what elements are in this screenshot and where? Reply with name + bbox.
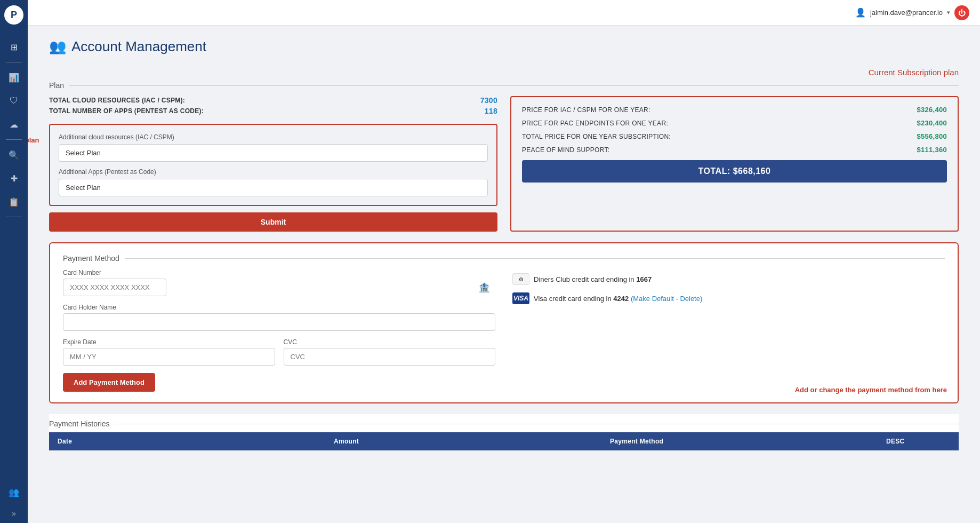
change-plan-annotation: Change the current plan from here [28,136,42,155]
cvc-group: CVC [284,338,496,366]
sidebar: P ⊞ 📊 🛡 ☁ 🔍 ✚ 📋 👥 » [0,0,28,523]
price-total-year-label: TOTAL PRICE FOR ONE YEAR SUBSCRIPTION: [522,133,671,140]
visa-description: Visa credit card ending in 4242 (Make De… [534,295,702,303]
pricing-box: PRICE FOR IAC / CSPM FOR ONE YEAR: $326,… [510,96,959,232]
card-number-wrap: 🏦 [63,279,495,296]
price-pac-value: $230,400 [917,119,947,127]
saved-cards: ⊙ Diners Club credit card ending in 1667… [512,269,945,392]
subscription-note: Current Subscription plan [49,68,959,77]
additional-apps-label: Additional Apps (Pentest as Code) [59,168,488,176]
sidebar-item-account[interactable]: 👥 [4,482,23,502]
payment-grid: Card Number 🏦 Card Holder Name Expire Da… [63,269,945,392]
sidebar-item-reports[interactable]: 📋 [4,192,23,211]
stat-apps-label: TOTAL NUMBER OF APPS (PENTEST AS CODE): [49,107,204,115]
saved-card-diners: ⊙ Diners Club credit card ending in 1667 [512,273,945,285]
stat-row-apps: TOTAL NUMBER OF APPS (PENTEST AS CODE): … [49,107,497,115]
price-iac-label: PRICE FOR IAC / CSPM FOR ONE YEAR: [522,106,650,114]
stat-apps-value: 118 [485,107,497,115]
sidebar-item-cloud[interactable]: ☁ [4,115,23,134]
plan-change-box: Change the current plan from here Additi… [49,124,497,206]
price-row-pac: PRICE FOR PAC ENDPOINTS FOR ONE YEAR: $2… [522,119,947,127]
total-bar: TOTAL: $668,160 [522,160,947,183]
user-chevron-icon: ▾ [947,9,950,16]
user-email: jaimin.dave@prancer.io [870,9,943,17]
payment-annotation: Add or change the payment method from he… [795,386,947,394]
visa-icon: VISA [512,292,529,304]
payment-section: Payment Method Card Number 🏦 Card Holder… [49,242,959,403]
sidebar-divider-2 [6,139,22,140]
sidebar-item-analytics[interactable]: 📊 [4,68,23,87]
expire-label: Expire Date [63,338,275,346]
diners-icon: ⊙ [512,273,529,285]
card-number-group: Card Number 🏦 [63,269,495,296]
add-payment-button[interactable]: Add Payment Method [63,373,155,392]
plan-grid: TOTAL CLOUD RESOURCES (IAC / CSPM): 7300… [49,96,959,232]
payment-form: Card Number 🏦 Card Holder Name Expire Da… [63,269,495,392]
additional-cloud-group: Additional cloud resources (IAC / CSPM) … [59,133,488,162]
additional-apps-group: Additional Apps (Pentest as Code) Select… [59,168,488,196]
logout-button[interactable]: ⏻ [954,5,969,20]
additional-cloud-label: Additional cloud resources (IAC / CSPM) [59,133,488,141]
submit-button[interactable]: Submit [49,212,497,232]
additional-cloud-select[interactable]: Select Plan [59,144,488,162]
main-content: 👤 jaimin.dave@prancer.io ▾ ⏻ 👥 Account M… [28,0,980,523]
col-date: Date [58,438,334,445]
sidebar-item-search[interactable]: 🔍 [4,145,23,164]
page-title: Account Management [71,38,206,55]
histories-section: Payment Histories Date Amount Payment Me… [49,414,959,450]
stat-cloud-value: 7300 [480,96,497,105]
additional-apps-select[interactable]: Select Plan [59,179,488,196]
sidebar-divider-1 [6,62,22,62]
expire-group: Expire Date [63,338,275,366]
saved-card-visa: VISA Visa credit card ending in 4242 (Ma… [512,292,945,304]
cvc-input[interactable] [284,348,496,366]
plan-stats: TOTAL CLOUD RESOURCES (IAC / CSPM): 7300… [49,96,497,115]
price-iac-value: $326,400 [917,106,947,114]
user-menu[interactable]: 👤 jaimin.dave@prancer.io ▾ [855,7,950,18]
cvc-label: CVC [284,338,496,346]
price-total-year-value: $556,800 [917,132,947,140]
price-support-label: PEACE OF MIND SUPPORT: [522,146,609,154]
card-number-label: Card Number [63,269,495,276]
expire-cvc-row: Expire Date CVC [63,338,495,366]
sidebar-item-security[interactable]: 🛡 [4,91,23,110]
cardholder-label: Card Holder Name [63,304,495,311]
sidebar-item-add[interactable]: ✚ [4,169,23,188]
card-brand-icon: 🏦 [478,282,490,294]
expire-input[interactable] [63,348,275,366]
plan-section-label: Plan [49,81,959,90]
diners-description: Diners Club credit card ending in 1667 [534,275,652,283]
sidebar-divider-3 [6,217,22,217]
stat-row-cloud: TOTAL CLOUD RESOURCES (IAC / CSPM): 7300 [49,96,497,105]
price-pac-label: PRICE FOR PAC ENDPOINTS FOR ONE YEAR: [522,120,668,127]
col-amount: Amount [334,438,610,445]
histories-header-bar: Date Amount Payment Method DESC [49,432,959,450]
stat-cloud-label: TOTAL CLOUD RESOURCES (IAC / CSPM): [49,97,185,104]
sidebar-item-dashboard[interactable]: ⊞ [4,37,23,57]
page-header: 👥 Account Management [49,38,959,55]
sidebar-collapse-btn[interactable]: » [12,509,16,518]
cardholder-input[interactable] [63,313,495,331]
card-number-input[interactable] [63,279,166,296]
price-row-support: PEACE OF MIND SUPPORT: $111,360 [522,146,947,154]
cardholder-group: Card Holder Name [63,304,495,331]
payment-section-label: Payment Method [63,254,945,263]
visa-actions[interactable]: (Make Default - Delete) [631,295,702,303]
topbar: 👤 jaimin.dave@prancer.io ▾ ⏻ [28,0,980,26]
page-content: 👥 Account Management Current Subscriptio… [28,26,980,523]
price-row-iac: PRICE FOR IAC / CSPM FOR ONE YEAR: $326,… [522,106,947,114]
user-avatar-icon: 👤 [855,7,866,18]
price-row-total-year: TOTAL PRICE FOR ONE YEAR SUBSCRIPTION: $… [522,132,947,140]
col-payment-method: Payment Method [610,438,886,445]
plan-left: TOTAL CLOUD RESOURCES (IAC / CSPM): 7300… [49,96,497,232]
account-management-icon: 👥 [49,38,66,55]
app-logo: P [4,5,23,25]
price-support-value: $111,360 [917,146,947,154]
col-desc: DESC [886,438,950,445]
histories-label: Payment Histories [49,414,959,432]
